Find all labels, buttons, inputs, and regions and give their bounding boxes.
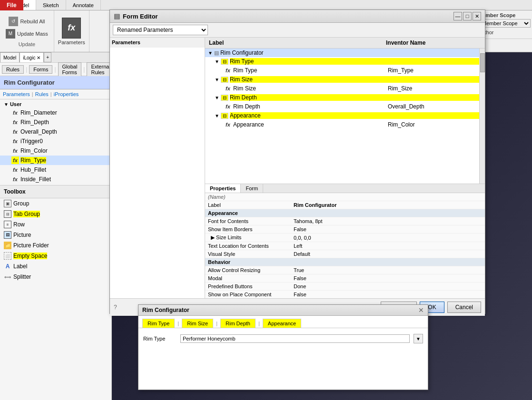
- preview-tab-rim-depth[interactable]: Rim Depth: [220, 319, 256, 328]
- rebuild-all-button[interactable]: ↺ Rebuild All: [4, 16, 50, 27]
- editor-left-panel: Parameters: [110, 38, 205, 298]
- preview-tab-rim-type[interactable]: Rim Type: [142, 319, 175, 328]
- rim-depth-fx-row[interactable]: fx Rim Depth Overall_Depth: [205, 102, 485, 111]
- appearance-group: ▼ ⊟ Appearance fx Appearance Rim_Color: [205, 111, 485, 129]
- preview-title: Rim Configurator: [142, 307, 189, 313]
- group-icon: ▣: [4, 200, 11, 207]
- rim-depth-inventor-name: Overall_Depth: [388, 103, 483, 110]
- ribbon-tab-sketch[interactable]: Sketch: [36, 0, 66, 10]
- tree-item-itrigger[interactable]: fx iTrigger0: [0, 137, 111, 146]
- add-tab-button[interactable]: +: [44, 52, 51, 62]
- ilogic-tab-main[interactable]: iLogic ✕: [20, 52, 44, 62]
- toolbox-empty-space[interactable]: ⬜ Empty Space: [0, 251, 111, 261]
- appearance-tab[interactable]: ▼ ⊟ Appearance: [205, 111, 485, 120]
- appearance-icon: ⊟: [221, 113, 228, 119]
- update-mass-button[interactable]: M Update Mass: [4, 28, 50, 39]
- rim-type-label: Rim Type: [230, 58, 483, 65]
- preview-close-button[interactable]: ✕: [418, 306, 424, 314]
- toolbox-picture[interactable]: 🖼 Picture: [0, 230, 111, 240]
- visual-style-value: Default: [291, 250, 485, 258]
- maximize-button[interactable]: □: [463, 12, 472, 20]
- label-prop-value: Rim Configurator: [291, 201, 485, 209]
- iproperties-nav-link[interactable]: iProperties: [54, 91, 79, 97]
- tree-item-rim-type[interactable]: fx Rim_Type: [0, 156, 111, 165]
- rim-type-fx-label: Rim Type: [233, 67, 388, 74]
- forms-btn[interactable]: Forms: [29, 65, 52, 74]
- rim-type-expand: ▼: [215, 59, 219, 64]
- editor-right-panel: Label Inventor Name ▼ ▤ Rim Configurator…: [205, 38, 485, 298]
- row-icon: ≡: [4, 221, 11, 228]
- form-tab[interactable]: Form: [241, 184, 263, 193]
- properties-tab[interactable]: Properties: [205, 184, 241, 193]
- ribbon-tab-annotate[interactable]: Annotate: [66, 0, 101, 10]
- toolbox-header: Toolbox: [0, 185, 111, 198]
- root-label: Rim Configurator: [220, 49, 483, 56]
- ilogic-tabbar: Model iLogic ✕ +: [0, 52, 114, 63]
- size-limits-expand[interactable]: ▶ Size Limits: [205, 234, 291, 242]
- right-tree-scrollbar[interactable]: [479, 49, 485, 184]
- modal-row: Modal False: [205, 274, 485, 283]
- rules-nav-link[interactable]: Rules: [35, 91, 49, 97]
- file-tab[interactable]: File: [0, 0, 23, 10]
- left-sidebar: Rim Configurator Parameters | Rules | iP…: [0, 76, 112, 400]
- rim-type-field-label: Rim Type: [143, 336, 177, 341]
- rim-type-field-input[interactable]: [180, 334, 410, 343]
- appearance-fx-row[interactable]: fx Appearance Rim_Color: [205, 120, 485, 129]
- rim-size-fx-icon: fx: [224, 85, 232, 92]
- rim-type-inventor-name: Rim_Type: [388, 67, 483, 74]
- user-expand[interactable]: ▼ User: [0, 100, 111, 108]
- rim-size-tab[interactable]: ▼ ⊟ Rim Size: [205, 75, 485, 84]
- tree-item-rim-depth[interactable]: fx Rim_Depth: [0, 117, 111, 127]
- toolbox-row[interactable]: ≡ Row: [0, 219, 111, 230]
- predefined-buttons-label: Predefined Buttons: [205, 283, 291, 291]
- rim-size-fx-row[interactable]: fx Rim Size Rim_Size: [205, 84, 485, 93]
- tree-item-rim-color[interactable]: fx Rim_Color: [0, 146, 111, 156]
- rim-size-group: ▼ ⊟ Rim Size fx Rim Size Rim_Size: [205, 75, 485, 93]
- show-place-value: False: [291, 291, 485, 299]
- ilogic-tab-model[interactable]: Model: [0, 52, 20, 62]
- fx-icon-overall-depth: fx: [11, 128, 19, 136]
- preview-tab-rim-size[interactable]: Rim Size: [182, 319, 213, 328]
- toolbox-label[interactable]: A Label: [0, 261, 111, 272]
- toolbox-group[interactable]: ▣ Group: [0, 198, 111, 209]
- tree-item-rim-diameter[interactable]: fx Rim_Diameter: [0, 108, 111, 117]
- parameters-nav-link[interactable]: Parameters: [3, 91, 30, 97]
- rim-type-group: ▼ ⊟ Rim Type fx Rim Type Rim_Type: [205, 57, 485, 75]
- tree-item-inside-fillet[interactable]: fx Inside_Fillet: [0, 175, 111, 184]
- fx-icon-rim-color: fx: [11, 147, 19, 155]
- parameters-dropdown[interactable]: Renamed Parameters: [113, 25, 208, 35]
- minimize-button[interactable]: —: [453, 12, 462, 20]
- preview-tab-appearance[interactable]: Appearance: [263, 319, 301, 328]
- rim-depth-icon: ⊟: [221, 95, 228, 101]
- close-button[interactable]: ✕: [473, 12, 481, 20]
- toolbox-tab-group[interactable]: ⊟ Tab Group: [0, 209, 111, 219]
- toolbox-picture-folder[interactable]: 📁 Picture Folder: [0, 240, 111, 251]
- scrollbar-thumb[interactable]: [480, 53, 485, 72]
- rebuild-icon: ↺: [9, 17, 18, 26]
- visual-style-label: Visual Style: [205, 250, 291, 258]
- toolbox-splitter[interactable]: ⟺ Splitter: [0, 272, 111, 282]
- item-rim-color: Rim_Color: [20, 147, 48, 154]
- right-tree-header: Label Inventor Name: [205, 38, 485, 49]
- rim-type-dropdown-btn[interactable]: ▼: [414, 334, 423, 343]
- update-label: Update: [19, 41, 35, 47]
- member-scope-dropdown[interactable]: Member Scope: [478, 19, 531, 28]
- sidebar-nav: Parameters | Rules | iProperties: [0, 89, 111, 99]
- tree-item-overall-depth[interactable]: fx Overall_Depth: [0, 127, 111, 137]
- rim-type-fx-icon: fx: [224, 67, 232, 74]
- rim-type-tab[interactable]: ▼ ⊟ Rim Type: [205, 57, 485, 66]
- tree-root-rim-configurator[interactable]: ▼ ▤ Rim Configurator: [205, 49, 485, 57]
- picture-icon: 🖼: [4, 231, 11, 239]
- inventor-name-col-header: Inventor Name: [386, 39, 481, 46]
- label-icon: A: [4, 263, 11, 270]
- appearance-section-label: Appearance: [205, 209, 485, 217]
- rim-size-icon: ⊟: [221, 77, 228, 83]
- rim-depth-tab[interactable]: ▼ ⊟ Rim Depth: [205, 93, 485, 102]
- global-forms-btn[interactable]: Global Forms: [58, 62, 82, 77]
- cancel-button[interactable]: Cancel: [447, 302, 481, 313]
- rules-btn[interactable]: Rules: [2, 65, 24, 74]
- preview-tab-separator3: |: [256, 319, 262, 328]
- rim-type-fx-row[interactable]: fx Rim Type Rim_Type: [205, 66, 485, 75]
- help-button[interactable]: ?: [114, 304, 117, 311]
- tree-item-hub-fillet[interactable]: fx Hub_Fillet: [0, 165, 111, 175]
